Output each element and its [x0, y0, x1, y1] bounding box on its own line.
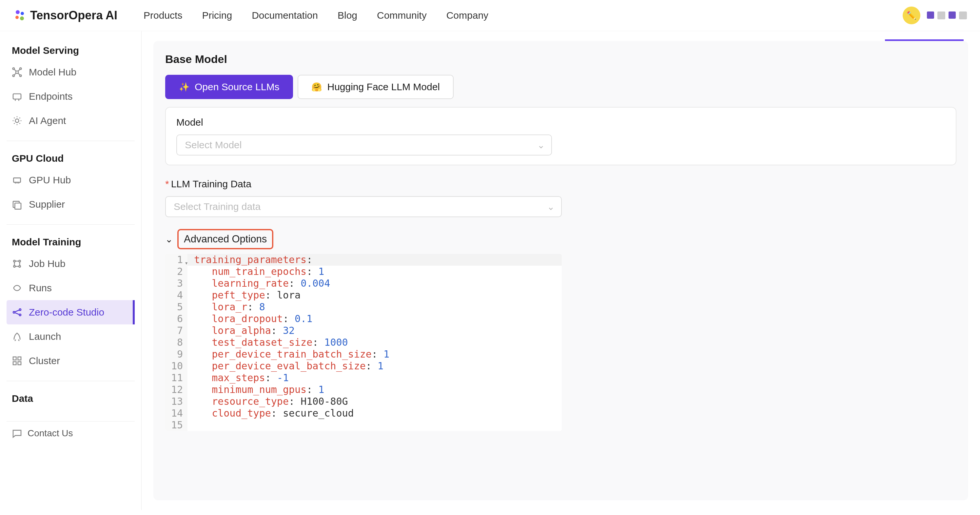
- nav-company[interactable]: Company: [446, 10, 488, 21]
- svg-point-5: [13, 68, 14, 70]
- svg-point-31: [13, 311, 15, 313]
- svg-rect-36: [13, 357, 16, 360]
- svg-point-23: [13, 260, 15, 262]
- sidebar-label: Launch: [29, 331, 61, 342]
- sidebar-item-model-hub[interactable]: Model Hub: [6, 60, 135, 84]
- svg-rect-13: [13, 94, 21, 99]
- sidebar-item-launch[interactable]: Launch: [6, 324, 135, 349]
- model-select[interactable]: Select Model ⌄: [177, 134, 552, 155]
- huggingface-icon: 🤗: [311, 82, 322, 92]
- avatar[interactable]: [903, 6, 920, 24]
- code-line[interactable]: 3 learning_rate: 0.004: [165, 277, 562, 289]
- chevron-down-icon: ⌄: [537, 140, 545, 151]
- divider: [6, 224, 135, 225]
- agent-icon: [12, 115, 22, 126]
- sidebar-item-zero-code-studio[interactable]: Zero-code Studio: [6, 300, 135, 324]
- svg-line-9: [14, 70, 16, 71]
- contact-label: Contact Us: [27, 428, 73, 438]
- code-line[interactable]: 13 resource_type: H100-80G: [165, 395, 562, 407]
- tab-open-source-llms[interactable]: ✨ Open Source LLMs: [165, 75, 293, 99]
- svg-point-24: [19, 260, 20, 262]
- sidebar-item-supplier[interactable]: Supplier: [6, 192, 135, 217]
- code-line[interactable]: 12 minimum_num_gpus: 1: [165, 384, 562, 395]
- user-indicator: [927, 11, 967, 19]
- svg-rect-22: [15, 203, 21, 209]
- svg-point-1: [21, 12, 24, 15]
- nav-pricing[interactable]: Pricing: [202, 10, 232, 21]
- advanced-options-toggle[interactable]: ⌄ Advanced Options: [165, 229, 956, 249]
- chevron-down-icon: ⌄: [547, 201, 555, 212]
- accent-line: [885, 39, 964, 41]
- svg-point-32: [19, 309, 21, 310]
- cluster-icon: [12, 356, 22, 366]
- section-data: Data: [6, 389, 135, 408]
- sidebar: Model Serving Model Hub Endpoints AI Age…: [0, 31, 142, 510]
- brand-text: TensorOpera AI: [30, 8, 117, 22]
- nav-community[interactable]: Community: [377, 10, 427, 21]
- svg-rect-17: [13, 178, 20, 182]
- sparkle-icon: ✨: [179, 82, 189, 92]
- sidebar-label: Cluster: [29, 355, 60, 367]
- hub-icon: [12, 67, 22, 77]
- sidebar-item-endpoints[interactable]: Endpoints: [6, 84, 135, 108]
- training-data-placeholder: Select Training data: [165, 196, 562, 217]
- endpoints-icon: [12, 91, 22, 102]
- training-data-select[interactable]: Select Training data ⌄: [165, 196, 562, 217]
- sidebar-item-cluster[interactable]: Cluster: [6, 349, 135, 373]
- svg-point-3: [20, 16, 24, 20]
- code-line[interactable]: 11 max_steps: -1: [165, 372, 562, 384]
- logo[interactable]: TensorOpera AI: [13, 8, 117, 22]
- nav-blog[interactable]: Blog: [337, 10, 357, 21]
- sidebar-item-gpu-hub[interactable]: GPU Hub: [6, 168, 135, 192]
- model-source-tabs: ✨ Open Source LLMs 🤗 Hugging Face LLM Mo…: [165, 75, 956, 99]
- divider: [6, 141, 135, 141]
- contact-us[interactable]: Contact Us: [6, 421, 135, 445]
- main: Base Model ✨ Open Source LLMs 🤗 Hugging …: [142, 31, 980, 510]
- supplier-icon: [12, 199, 22, 210]
- code-line[interactable]: 10 per_device_eval_batch_size: 1: [165, 360, 562, 372]
- runs-icon: [12, 283, 22, 293]
- sidebar-label: Job Hub: [29, 258, 65, 269]
- sidebar-label: AI Agent: [29, 115, 66, 126]
- launch-icon: [12, 331, 22, 342]
- code-line[interactable]: 6 lora_dropout: 0.1: [165, 313, 562, 325]
- code-line[interactable]: 2 num_train_epochs: 1: [165, 266, 562, 277]
- code-line[interactable]: 9 per_device_train_batch_size: 1: [165, 348, 562, 360]
- sidebar-label: Model Hub: [29, 67, 76, 78]
- svg-rect-38: [13, 362, 16, 365]
- panel: Base Model ✨ Open Source LLMs 🤗 Hugging …: [153, 41, 968, 500]
- sidebar-item-ai-agent[interactable]: AI Agent: [6, 108, 135, 133]
- sidebar-item-job-hub[interactable]: Job Hub: [6, 252, 135, 276]
- code-line[interactable]: 8 test_dataset_size: 1000: [165, 336, 562, 348]
- advanced-options-label: Advanced Options: [177, 229, 274, 249]
- nav-documentation[interactable]: Documentation: [252, 10, 318, 21]
- model-field-label: Model: [177, 117, 945, 128]
- training-data-label: *LLM Training Data: [165, 179, 956, 190]
- code-line[interactable]: 7 lora_alpha: 32: [165, 325, 562, 336]
- nav-products[interactable]: Products: [143, 10, 182, 21]
- tab-hugging-face[interactable]: 🤗 Hugging Face LLM Model: [298, 75, 453, 99]
- sidebar-label: Endpoints: [29, 91, 72, 102]
- sidebar-label: GPU Hub: [29, 174, 71, 186]
- code-editor[interactable]: 1▾training_parameters:2 num_train_epochs…: [165, 254, 562, 431]
- sidebar-item-runs[interactable]: Runs: [6, 276, 135, 300]
- svg-rect-39: [18, 362, 21, 365]
- code-line[interactable]: 5 lora_r: 8: [165, 301, 562, 313]
- sidebar-label: Runs: [29, 282, 52, 293]
- model-card: Model Select Model ⌄: [165, 107, 956, 165]
- code-line[interactable]: 15: [165, 419, 562, 431]
- chevron-down-icon: ⌄: [165, 234, 173, 245]
- svg-point-33: [19, 314, 21, 316]
- code-line[interactable]: 1▾training_parameters:: [165, 254, 562, 266]
- svg-point-6: [20, 68, 21, 70]
- section-model-training: Model Training: [6, 233, 135, 252]
- tab-label: Open Source LLMs: [195, 81, 279, 92]
- svg-point-7: [13, 75, 14, 77]
- section-gpu-cloud: GPU Cloud: [6, 149, 135, 168]
- svg-rect-37: [18, 357, 21, 360]
- code-line[interactable]: 14 cloud_type: secure_cloud: [165, 407, 562, 419]
- svg-point-25: [13, 265, 15, 267]
- tab-label: Hugging Face LLM Model: [327, 81, 440, 92]
- base-model-heading: Base Model: [165, 53, 956, 65]
- code-line[interactable]: 4 peft_type: lora: [165, 289, 562, 301]
